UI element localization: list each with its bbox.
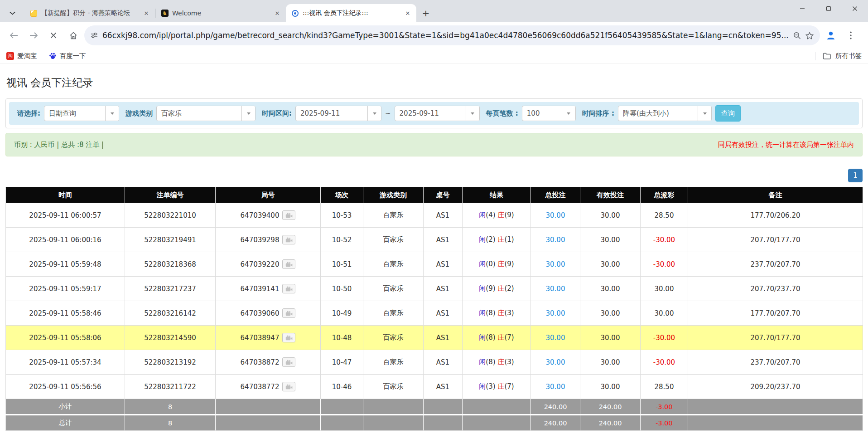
round-number: 647038772	[241, 383, 280, 391]
cell-bet-id: 522803221010	[125, 203, 216, 228]
avatar-person-icon	[825, 30, 836, 41]
cell-game: 百家乐	[363, 252, 424, 277]
payout-negative: -30.00	[653, 236, 675, 244]
tab-bet-records-active[interactable]: :::视讯 会员下注纪录::: ✕	[286, 4, 416, 22]
address-bar[interactable]: 66cxkj98.com/ipl/portal.php/game/betreco…	[84, 25, 820, 45]
bookmark-taobao[interactable]: 淘 爱淘宝	[6, 52, 37, 60]
cell-total-bet: 30.00	[531, 203, 580, 228]
time-range-label: 时间区间:	[262, 109, 292, 118]
dropdown-arrow-button[interactable]	[367, 106, 381, 121]
minimize-button[interactable]	[789, 0, 815, 17]
bookmark-baidu[interactable]: 百度一下	[49, 52, 86, 60]
cell-result: 闲(0) 庄(9)	[463, 252, 531, 277]
url-text[interactable]: 66cxkj98.com/ipl/portal.php/game/betreco…	[102, 31, 789, 40]
col-header-game: 游戏类别	[363, 187, 424, 203]
total-bet-link[interactable]: 30.00	[546, 236, 565, 244]
tab-search-chevron-button[interactable]	[0, 4, 24, 22]
all-bookmarks[interactable]: 所有书签	[815, 52, 862, 60]
cell-bet-id: 522803218368	[125, 252, 216, 277]
subtotal-total-bet: 240.00	[531, 399, 580, 415]
replay-camera-button[interactable]	[282, 382, 295, 391]
close-tab-icon[interactable]: ✕	[404, 9, 412, 17]
total-bet-link[interactable]: 30.00	[546, 334, 565, 342]
tab-title: 【新提醒】积分 - 海燕策略论坛	[41, 9, 139, 17]
game-type-value: 百家乐	[157, 106, 241, 121]
browser-menu-button[interactable]	[842, 26, 860, 44]
total-bet-link[interactable]: 30.00	[546, 260, 565, 268]
page-content: 视讯 会员下注纪录 请选择: 日期查询 游戏类别 百家乐 时间区间: 2025-…	[0, 76, 868, 431]
col-header-total-bet: 总投注	[531, 187, 580, 203]
cell-time: 2025-09-11 06:00:16	[6, 228, 125, 252]
dropdown-arrow-button[interactable]	[698, 106, 711, 121]
replay-camera-button[interactable]	[282, 259, 295, 269]
close-icon	[852, 6, 858, 11]
page-size-label: 每页笔数 :	[486, 109, 518, 118]
dropdown-arrow-button[interactable]	[241, 106, 255, 121]
cell-round: 647038772	[216, 375, 321, 399]
query-type-select[interactable]: 日期查询	[44, 106, 119, 121]
cell-result: 闲(4) 庄(9)	[463, 203, 531, 228]
maximize-button[interactable]	[815, 0, 842, 17]
cell-note: 209.20/237.70	[688, 375, 863, 399]
total-bet-link[interactable]: 30.00	[546, 309, 565, 317]
filter-bar: 请选择: 日期查询 游戏类别 百家乐 时间区间: 2025-09-11 ~ 20…	[9, 102, 859, 125]
total-bet-link[interactable]: 30.00	[546, 285, 565, 293]
table-row: 2025-09-11 05:56:56522803211722647038772…	[6, 375, 863, 399]
cell-result: 闲(8) 庄(3)	[463, 350, 531, 375]
profile-avatar[interactable]	[822, 26, 840, 44]
page-title: 视讯 会员下注纪录	[6, 76, 868, 90]
tab-welcome[interactable]: ♞ Welcome ✕	[155, 4, 286, 22]
total-bet-link[interactable]: 30.00	[546, 358, 565, 366]
total-bet-link[interactable]: 30.00	[546, 211, 565, 220]
stop-loading-button[interactable]	[44, 26, 63, 44]
cell-game: 百家乐	[363, 228, 424, 252]
site-settings-tune-icon[interactable]	[91, 32, 98, 39]
replay-camera-button[interactable]	[282, 333, 295, 342]
close-tab-icon[interactable]: ✕	[273, 9, 281, 17]
minimize-icon	[800, 6, 805, 11]
new-tab-button[interactable]: +	[419, 6, 433, 20]
game-type-select[interactable]: 百家乐	[156, 106, 256, 121]
round-number: 647039298	[241, 236, 280, 244]
cell-valid-bet: 30.00	[580, 203, 641, 228]
dropdown-arrow-button[interactable]	[466, 106, 479, 121]
zoom-magnifier-icon[interactable]	[793, 32, 801, 39]
caret-down-icon	[111, 112, 114, 115]
tab-forum[interactable]: 【新提醒】积分 - 海燕策略论坛 ✕	[24, 4, 155, 22]
dropdown-arrow-button[interactable]	[562, 106, 575, 121]
cell-session: 10-53	[321, 203, 363, 228]
home-button[interactable]	[64, 26, 82, 44]
forward-button[interactable]	[24, 26, 43, 44]
dropdown-arrow-button[interactable]	[105, 106, 119, 121]
replay-camera-button[interactable]	[282, 284, 295, 293]
date-from-select[interactable]: 2025-09-11	[295, 106, 381, 121]
table-row: 2025-09-11 05:59:17522803217237647039141…	[6, 277, 863, 301]
camera-icon	[285, 384, 293, 390]
camera-icon	[285, 237, 293, 243]
date-to-select[interactable]: 2025-09-11	[395, 106, 480, 121]
cell-bet-id: 522803219491	[125, 228, 216, 252]
bookmark-star-icon[interactable]	[805, 32, 814, 39]
replay-camera-button[interactable]	[282, 357, 295, 367]
replay-camera-button[interactable]	[282, 235, 295, 244]
page-1-button[interactable]: 1	[848, 169, 863, 182]
banker-result: 庄	[497, 333, 504, 341]
total-bet-link[interactable]: 30.00	[546, 383, 565, 391]
time-sort-select[interactable]: 降幂(由大到小)	[618, 106, 712, 121]
cell-time: 2025-09-11 05:56:56	[6, 375, 125, 399]
camera-icon	[285, 213, 293, 218]
banker-result: 庄	[497, 284, 504, 293]
date-to-value: 2025-09-11	[395, 106, 466, 121]
cell-time: 2025-09-11 06:00:57	[6, 203, 125, 228]
search-button[interactable]: 查询	[715, 105, 741, 122]
game-type-label: 游戏类别	[125, 109, 153, 118]
back-button[interactable]	[5, 26, 23, 44]
window-controls	[789, 0, 868, 17]
close-tab-icon[interactable]: ✕	[142, 9, 150, 17]
cell-session: 10-50	[321, 277, 363, 301]
close-window-button[interactable]	[842, 0, 868, 17]
page-size-select[interactable]: 100	[522, 106, 576, 121]
replay-camera-button[interactable]	[282, 210, 295, 220]
replay-camera-button[interactable]	[282, 308, 295, 318]
summary-bar: 币别 : 人民币 | 总共 :8 注单 | 同局有效投注，统一计算在该局第一张注…	[5, 133, 863, 156]
